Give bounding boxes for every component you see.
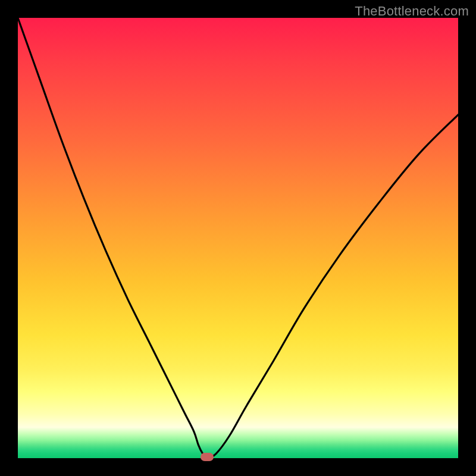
optimal-point-marker xyxy=(201,453,214,461)
chart-frame: TheBottleneck.com xyxy=(0,0,476,476)
bottleneck-curve xyxy=(18,18,458,458)
watermark-text: TheBottleneck.com xyxy=(355,4,469,19)
